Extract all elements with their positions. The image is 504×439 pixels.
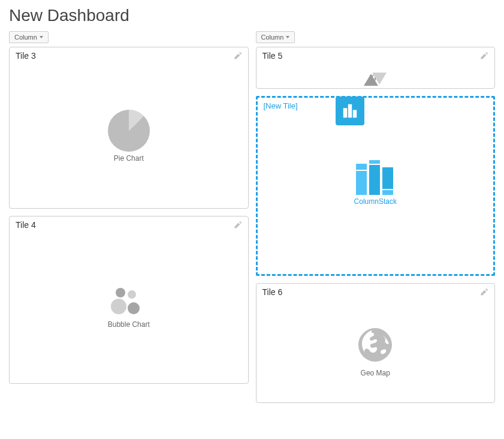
- caret-down-icon: [40, 36, 43, 38]
- chart-type-label: Geo Map: [361, 369, 390, 377]
- tile-header: [New Tile]: [258, 98, 494, 114]
- tile-title: [New Tile]: [264, 101, 298, 110]
- bubble-chart-icon: [111, 288, 147, 318]
- tile-title: Tile 6: [262, 287, 283, 297]
- column-stack-icon: [356, 160, 394, 195]
- edit-icon[interactable]: [234, 52, 242, 60]
- edit-icon[interactable]: [234, 221, 242, 229]
- tile-header: Tile 6: [256, 284, 495, 300]
- globe-icon: [356, 326, 394, 366]
- left-column: Column Tile 3 Pie Chart Tile 4: [9, 31, 249, 410]
- left-column-dropdown[interactable]: Column: [9, 31, 49, 43]
- tile-3[interactable]: Tile 3 Pie Chart: [9, 47, 249, 209]
- dashboard-columns: Column Tile 3 Pie Chart Tile 4: [9, 31, 495, 410]
- caret-down-icon: [286, 36, 289, 38]
- kpi-icon: [360, 70, 390, 71]
- svg-rect-1: [348, 104, 351, 118]
- chart-type-label: Bubble Chart: [108, 320, 150, 329]
- tile-4[interactable]: Tile 4 Bubble Chart: [9, 216, 249, 384]
- tile-body: Geo Map: [256, 300, 495, 402]
- tile-body: Pie Chart: [10, 64, 248, 208]
- left-column-dropdown-label: Column: [14, 34, 37, 41]
- tile-6[interactable]: Tile 6 Geo Map: [256, 283, 496, 403]
- tile-title: Tile 5: [262, 51, 283, 61]
- tile-body: Bubble Chart: [10, 233, 248, 383]
- svg-rect-0: [343, 108, 346, 118]
- chart-type-label: Pie Chart: [114, 154, 144, 163]
- tile-header: Tile 4: [10, 217, 248, 233]
- tile-header: Tile 5: [256, 47, 495, 64]
- tile-body: ColumnStack: [258, 114, 494, 252]
- tile-5[interactable]: Tile 5 KPI: [256, 47, 496, 89]
- tile-header: Tile 3: [10, 47, 248, 64]
- right-column: Column Tile 5 KPI: [256, 31, 496, 410]
- tile-new[interactable]: [New Tile] ColumnStack: [256, 96, 496, 276]
- tile-title: Tile 3: [16, 51, 36, 61]
- edit-icon[interactable]: [480, 52, 488, 60]
- right-column-dropdown[interactable]: Column: [256, 31, 295, 43]
- pie-chart-icon: [108, 110, 150, 152]
- tile-body: KPI: [256, 64, 495, 88]
- svg-rect-2: [352, 110, 356, 118]
- bar-chart-drag-icon[interactable]: [336, 97, 364, 125]
- edit-icon[interactable]: [480, 288, 488, 296]
- tile-title: Tile 4: [16, 220, 36, 230]
- chart-type-label: ColumnStack: [354, 197, 397, 206]
- page-title: New Dashboard: [9, 6, 495, 25]
- right-column-dropdown-label: Column: [261, 34, 284, 41]
